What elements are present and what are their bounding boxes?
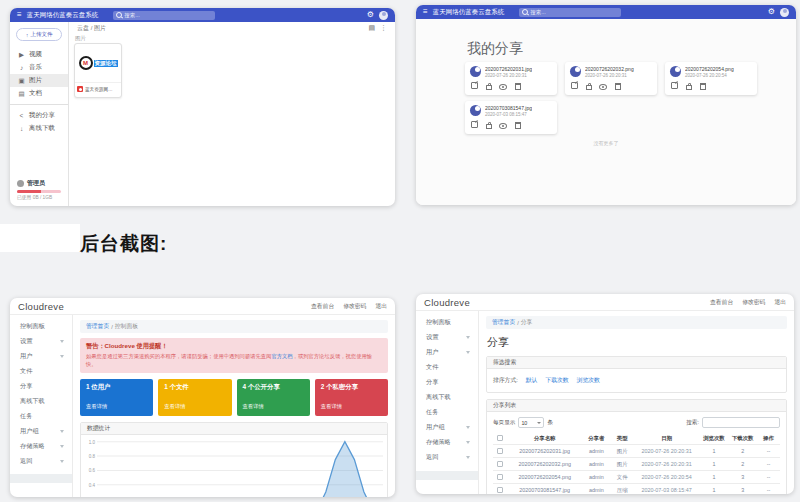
admin-sidebar-item[interactable]: 用户组 [10,424,72,439]
open-icon[interactable] [571,82,578,89]
upload-button[interactable]: ↑ 上传文件 [16,28,62,41]
lock-icon[interactable] [686,85,692,90]
table-row[interactable]: 20200726202054.png admin 文件 2020-07-26 2… [493,471,780,484]
admin-sidebar-item[interactable]: 用户组 [416,420,478,435]
admin-sidebar-item[interactable]: 文件 [416,360,478,375]
eye-icon[interactable] [499,84,507,90]
share-card[interactable]: 20200726202054.png 2020-07-26 20:20:54 [665,62,757,95]
admin-sidebar-item[interactable]: 返回 [416,450,478,465]
sidebar-category-item[interactable]: ▣ 图片 [10,74,68,87]
open-icon[interactable] [671,82,678,89]
stat-details-link[interactable]: 查看详情 [243,403,304,410]
col-header[interactable]: 操作 [757,432,780,445]
sort-option-link[interactable]: 下载次数 [545,376,568,385]
search-box[interactable] [113,11,215,20]
cell-action[interactable]: -- [757,458,780,471]
sidebar-category-item[interactable]: ♪ 音乐 [10,61,68,74]
table-search-input[interactable] [702,417,780,428]
stat-details-link[interactable]: 查看详情 [164,403,225,410]
admin-logo[interactable]: Cloudreve [424,297,470,308]
sidebar-link-item[interactable]: ↓ 离线下载 [10,122,68,135]
breadcrumb-home-link[interactable]: 管理首页 [86,322,109,331]
sort-option-link[interactable]: 浏览次数 [577,376,600,385]
admin-sidebar-item[interactable]: 控制面板 [416,315,478,330]
row-checkbox[interactable] [497,461,503,467]
avatar[interactable] [379,11,388,20]
admin-sidebar-item[interactable]: 分享 [10,379,72,394]
admin-sidebar-item[interactable]: 返回 [10,454,72,469]
admin-logo[interactable]: Cloudreve [18,301,64,312]
view-grid-icon[interactable]: ▤ [368,24,375,32]
admin-sidebar-item[interactable]: 用户 [10,349,72,364]
avatar[interactable] [780,8,789,17]
stat-details-link[interactable]: 查看详情 [86,403,147,410]
admin-sidebar-item[interactable]: 设置 [10,334,72,349]
admin-sidebar-item[interactable]: 任务 [10,409,72,424]
share-card[interactable]: 20200726202032.png 2020-07-26 20:20:31 [565,62,657,95]
file-card[interactable]: M 资源论坛 蓝天资源网分享说明.png [74,43,122,98]
search-input[interactable] [530,9,618,15]
admin-nav-link[interactable]: 查看前台 [710,298,733,307]
admin-nav-link[interactable]: 退出 [375,302,387,311]
row-checkbox[interactable] [497,487,503,493]
admin-sidebar-item[interactable]: 离线下载 [416,390,478,405]
share-card[interactable]: 20200726202031.jpg 2020-07-26 20:20:31 [465,62,557,95]
trash-icon[interactable] [615,83,621,90]
sidebar-category-item[interactable]: ▤ 文档 [10,87,68,100]
col-header[interactable]: 分享名称 [507,432,582,445]
share-card[interactable]: 20200703081547.jpg 2020-07-03 08:15:47 [465,101,557,134]
admin-sidebar-item[interactable]: 控制面板 [10,319,72,334]
open-icon[interactable] [471,82,478,89]
col-header[interactable]: 下载次数 [728,432,757,445]
gear-icon[interactable]: ⚙ [768,8,775,16]
admin-sidebar-item[interactable]: 离线下载 [10,394,72,409]
alert-link[interactable]: 官方文档 [271,353,292,359]
sidebar-link-item[interactable]: < 我的分享 [10,109,68,122]
cell-action[interactable]: -- [757,484,780,495]
user-storage-box[interactable]: 管理员 已使用 0B / 1GB [17,179,63,200]
breadcrumb[interactable]: 云盘 / 图片 [77,24,106,33]
trash-icon[interactable] [515,122,521,129]
lock-icon[interactable] [486,124,492,129]
gear-icon[interactable]: ⚙ [367,11,374,19]
admin-sidebar-item[interactable]: 文件 [10,364,72,379]
trash-icon[interactable] [515,83,521,90]
col-header[interactable]: 日期 [634,432,700,445]
table-row[interactable]: 20200703081547.jpg admin 压缩 2020-07-03 0… [493,484,780,495]
admin-sidebar-item[interactable]: 用户 [416,345,478,360]
select-all-checkbox[interactable] [497,435,503,441]
admin-sidebar-item[interactable]: 设置 [416,330,478,345]
menu-icon[interactable]: ≡ [17,11,22,19]
per-page-select[interactable]: 10 [518,417,544,428]
admin-sidebar-item[interactable]: 任务 [416,405,478,420]
admin-nav-link[interactable]: 查看前台 [311,302,334,311]
sidebar-category-item[interactable]: ▶ 视频 [10,48,68,61]
col-header[interactable]: 分享者 [582,432,611,445]
admin-sidebar-item[interactable]: 存储策略 [416,435,478,450]
admin-sidebar-item[interactable]: 分享 [416,375,478,390]
table-row[interactable]: 20200726202031.jpg admin 图片 2020-07-26 2… [493,445,780,458]
breadcrumb-home-link[interactable]: 管理首页 [492,318,515,327]
admin-nav-link[interactable]: 修改密码 [742,298,765,307]
search-input[interactable] [124,12,212,18]
trash-icon[interactable] [700,83,706,90]
more-options-icon[interactable]: ⋮ [380,24,387,32]
table-row[interactable]: 20200726202032.png admin 图片 2020-07-26 2… [493,458,780,471]
search-box[interactable] [519,8,621,17]
row-checkbox[interactable] [497,474,503,480]
admin-nav-link[interactable]: 修改密码 [343,302,366,311]
stat-details-link[interactable]: 查看详情 [321,403,382,410]
sort-option-link[interactable]: 默认 [526,376,538,385]
eye-icon[interactable] [599,84,607,90]
lock-icon[interactable] [586,85,592,90]
cell-action[interactable]: -- [757,445,780,458]
col-header[interactable]: 类型 [611,432,634,445]
row-checkbox[interactable] [497,448,503,454]
menu-icon[interactable]: ≡ [423,8,428,16]
admin-nav-link[interactable]: 退出 [774,298,786,307]
col-header[interactable]: 浏览次数 [700,432,729,445]
admin-sidebar-item[interactable]: 存储策略 [10,439,72,454]
cell-action[interactable]: -- [757,471,780,484]
open-icon[interactable] [471,121,478,128]
eye-icon[interactable] [499,123,507,129]
